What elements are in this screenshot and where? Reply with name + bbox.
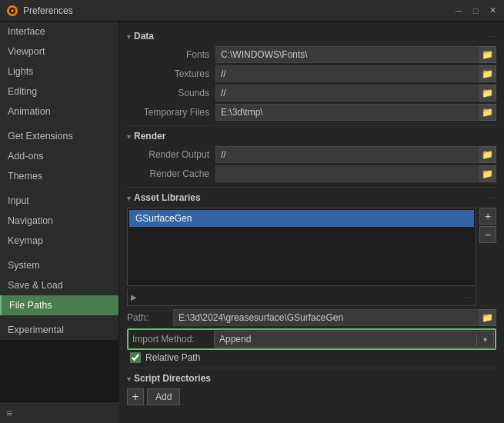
- path-input-wrapper: 📁: [173, 309, 496, 326]
- asset-list-container: GSurfaceGen: [127, 208, 476, 286]
- temp-files-folder-btn[interactable]: 📁: [479, 104, 496, 121]
- render-output-wrapper: 📁: [215, 146, 496, 163]
- fonts-folder-btn[interactable]: 📁: [479, 46, 496, 63]
- render-output-folder-btn[interactable]: 📁: [479, 146, 496, 163]
- sidebar-item-lights[interactable]: Lights: [0, 62, 118, 82]
- app-body: Interface Viewport Lights Editing Animat…: [0, 22, 504, 423]
- render-cache-wrapper: 📁: [215, 165, 496, 182]
- script-add-btn[interactable]: Add: [147, 388, 180, 405]
- asset-list-inner: GSurfaceGen ▶ ···: [127, 208, 476, 306]
- script-section-label: Script Directories: [134, 373, 211, 384]
- path-row: Path: 📁: [127, 309, 496, 326]
- asset-play-icon[interactable]: ▶: [131, 292, 142, 303]
- bottom-bar: ≡: [0, 401, 119, 423]
- render-cache-label: Render Cache: [127, 168, 215, 179]
- sidebar-item-input[interactable]: Input: [0, 191, 118, 211]
- fonts-row: Fonts 📁: [127, 46, 496, 63]
- asset-remove-btn[interactable]: −: [479, 226, 496, 243]
- render-collapse-arrow[interactable]: ▾: [127, 132, 131, 141]
- sounds-folder-btn[interactable]: 📁: [479, 85, 496, 102]
- render-cache-input[interactable]: [215, 165, 479, 182]
- path-folder-btn[interactable]: 📁: [479, 309, 496, 326]
- render-cache-row: Render Cache 📁: [127, 165, 496, 182]
- textures-row: Textures 📁: [127, 65, 496, 82]
- title-bar: Preferences ─ □ ✕: [0, 0, 504, 22]
- temp-files-label: Temporary Files: [127, 107, 215, 118]
- asset-bottom-dots: ···: [464, 293, 472, 301]
- relative-path-label: Relative Path: [145, 352, 200, 363]
- window-controls: ─ □ ✕: [453, 5, 498, 16]
- minimize-button[interactable]: ─: [453, 5, 464, 16]
- sidebar-item-navigation[interactable]: Navigation: [0, 211, 118, 231]
- asset-list-controls: + −: [479, 208, 496, 243]
- sidebar-item-experimental[interactable]: Experimental: [0, 320, 118, 340]
- asset-section-header: ▾ Asset Libraries ···: [127, 192, 496, 203]
- temp-files-row: Temporary Files 📁: [127, 104, 496, 121]
- sidebar-item-themes[interactable]: Themes: [0, 166, 118, 186]
- relative-path-checkbox[interactable]: [130, 352, 141, 363]
- asset-list-bottom: ▶ ···: [127, 289, 476, 306]
- sidebar-item-animation[interactable]: Animation: [0, 102, 118, 122]
- data-section-label: Data: [134, 31, 154, 42]
- sidebar-item-get-extensions[interactable]: Get Extensions: [0, 126, 118, 146]
- asset-add-btn[interactable]: +: [479, 208, 496, 225]
- render-output-input[interactable]: [215, 146, 479, 163]
- textures-input-wrapper: 📁: [215, 65, 496, 82]
- close-button[interactable]: ✕: [487, 5, 498, 16]
- path-input[interactable]: [173, 309, 479, 326]
- sidebar-item-keymap[interactable]: Keymap: [0, 231, 118, 251]
- render-section-label: Render: [134, 131, 165, 142]
- asset-list-section: GSurfaceGen ▶ ··· + −: [127, 208, 496, 306]
- fonts-input-wrapper: 📁: [215, 46, 496, 63]
- sidebar: Interface Viewport Lights Editing Animat…: [0, 22, 119, 340]
- import-method-row: Import Method: ▾: [127, 328, 496, 350]
- asset-collapse-arrow[interactable]: ▾: [127, 194, 131, 202]
- sidebar-item-system[interactable]: System: [0, 255, 118, 275]
- sidebar-item-file-paths[interactable]: File Paths: [0, 295, 118, 315]
- sounds-input-wrapper: 📁: [215, 85, 496, 102]
- temp-files-input[interactable]: [215, 104, 479, 121]
- sidebar-item-add-ons[interactable]: Add-ons: [0, 146, 118, 166]
- data-section-dots: ···: [488, 32, 496, 41]
- sidebar-item-interface[interactable]: Interface: [0, 22, 118, 42]
- asset-section-label: Asset Libraries: [134, 192, 201, 203]
- sidebar-item-save-load[interactable]: Save & Load: [0, 275, 118, 295]
- sidebar-item-viewport[interactable]: Viewport: [0, 42, 118, 62]
- hamburger-icon[interactable]: ≡: [6, 407, 12, 419]
- render-section-header: ▾ Render: [127, 131, 496, 142]
- fonts-label: Fonts: [127, 49, 215, 60]
- script-divider: [127, 368, 496, 368]
- maximize-button[interactable]: □: [470, 5, 481, 16]
- data-collapse-arrow[interactable]: ▾: [127, 32, 131, 41]
- script-collapse-arrow[interactable]: ▾: [127, 375, 131, 383]
- asset-list: GSurfaceGen: [128, 208, 476, 285]
- content-area: ▾ Data ··· Fonts 📁 Textures 📁 Sounds 📁: [119, 22, 504, 423]
- asset-section-dots: ···: [488, 194, 496, 202]
- path-label: Path:: [127, 312, 173, 323]
- fonts-input[interactable]: [215, 46, 479, 63]
- script-dir-controls: + Add: [127, 388, 496, 405]
- temp-files-input-wrapper: 📁: [215, 104, 496, 121]
- asset-divider: [127, 187, 496, 188]
- app-icon: [6, 5, 18, 17]
- render-output-row: Render Output 📁: [127, 146, 496, 163]
- window-title: Preferences: [23, 5, 453, 16]
- sounds-input[interactable]: [215, 85, 479, 102]
- import-method-input[interactable]: [214, 331, 477, 348]
- svg-point-2: [11, 9, 14, 12]
- relative-path-row: Relative Path: [127, 352, 496, 363]
- script-add-plus-btn[interactable]: +: [127, 388, 144, 405]
- script-section-header: ▾ Script Directories: [127, 373, 496, 384]
- textures-input[interactable]: [215, 65, 479, 82]
- sidebar-item-editing[interactable]: Editing: [0, 82, 118, 102]
- render-cache-folder-btn[interactable]: 📁: [479, 165, 496, 182]
- textures-folder-btn[interactable]: 📁: [479, 65, 496, 82]
- import-method-dropdown-arrow[interactable]: ▾: [477, 331, 494, 348]
- data-section-header: ▾ Data ···: [127, 31, 496, 42]
- sidebar-wrapper: Interface Viewport Lights Editing Animat…: [0, 22, 119, 423]
- render-output-label: Render Output: [127, 149, 215, 160]
- textures-label: Textures: [127, 68, 215, 79]
- asset-list-item[interactable]: GSurfaceGen: [129, 210, 474, 227]
- sounds-label: Sounds: [127, 88, 215, 98]
- sounds-row: Sounds 📁: [127, 85, 496, 102]
